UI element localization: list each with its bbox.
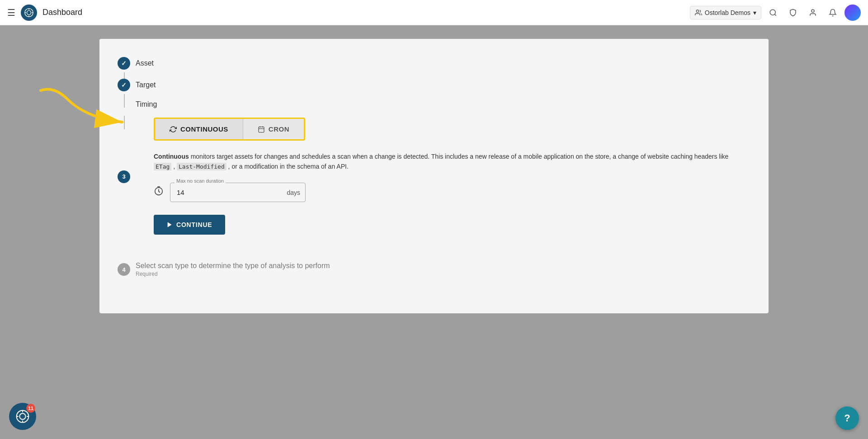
bottom-logo-circle[interactable]: 11 — [9, 403, 36, 430]
scan-duration-row: Max no scan duration days — [154, 183, 741, 202]
svg-rect-11 — [259, 127, 264, 132]
code-lastmod: Last-Modified — [177, 163, 226, 170]
user-icon[interactable] — [805, 5, 821, 21]
chevron-down-icon: ▾ — [753, 9, 756, 16]
topnav-left: ☰ Dashboard — [7, 5, 690, 21]
desc-text-2: monitors target assets for changes and s… — [189, 153, 729, 160]
step-target: ✓ Target — [118, 74, 750, 96]
search-button[interactable] — [765, 5, 781, 21]
scan-duration-input[interactable] — [170, 183, 306, 202]
svg-marker-17 — [168, 222, 171, 227]
toggle-continuous-btn[interactable]: CONTINUOUS — [155, 119, 243, 139]
desc-text-3: , — [171, 163, 177, 170]
wizard-card: ✓ Asset ✓ Target 3 Timing — [99, 39, 769, 313]
step-4-required: Required — [136, 271, 330, 277]
continue-button[interactable]: CONTINUE — [154, 215, 225, 235]
timing-description: Continuous monitors target assets for ch… — [154, 151, 741, 172]
scan-duration-input-wrapper: Max no scan duration days — [170, 183, 306, 202]
timing-content: CONTINUOUS — [136, 109, 741, 235]
bottom-logo[interactable]: 11 — [9, 403, 36, 430]
org-name: Ostorlab Demos — [705, 9, 750, 16]
app-logo — [21, 5, 37, 21]
page-title: Dashboard — [42, 8, 82, 17]
main-content: ✓ Asset ✓ Target 3 Timing — [0, 25, 868, 439]
step-4-label: Select scan type to determine the type o… — [136, 262, 330, 270]
step-asset: ✓ Asset — [118, 52, 750, 74]
scan-duration-label: Max no scan duration — [175, 178, 226, 184]
topnav: ☰ Dashboard Ostorlab Demos ▾ — [0, 0, 868, 25]
avatar[interactable] — [844, 5, 861, 21]
svg-point-6 — [696, 10, 698, 12]
toggle-continuous-label: CONTINUOUS — [180, 125, 228, 133]
step-3-label: Timing — [136, 100, 741, 109]
notification-badge: 11 — [26, 404, 35, 413]
shield-icon[interactable] — [785, 5, 801, 21]
help-button[interactable]: ? — [835, 406, 859, 430]
timing-toggle-group: CONTINUOUS — [154, 118, 305, 141]
svg-point-7 — [770, 9, 775, 15]
topnav-right: Ostorlab Demos ▾ — [690, 5, 861, 21]
step-3-circle: 3 — [118, 170, 130, 183]
toggle-cron-btn[interactable]: CRON — [243, 119, 304, 139]
bell-icon[interactable] — [825, 5, 841, 21]
step-2-label: Target — [136, 81, 156, 89]
svg-point-19 — [19, 413, 25, 419]
step-4-circle: 4 — [118, 263, 130, 276]
continue-label: CONTINUE — [176, 221, 212, 228]
code-etag: ETag — [154, 163, 171, 170]
svg-line-8 — [774, 14, 776, 15]
help-label: ? — [844, 412, 850, 424]
desc-text-4: , or a modification in the schema of an … — [226, 163, 349, 170]
svg-point-1 — [27, 10, 31, 14]
continuous-bold: Continuous — [154, 153, 189, 160]
step-1-circle: ✓ — [118, 57, 130, 70]
timer-icon — [154, 186, 164, 199]
toggle-container: CONTINUOUS — [154, 118, 305, 141]
menu-icon[interactable]: ☰ — [7, 7, 15, 18]
step-1-label: Asset — [136, 59, 154, 67]
toggle-cron-label: CRON — [269, 125, 289, 133]
svg-point-9 — [811, 9, 814, 12]
step-scan-type: 4 Select scan type to determine the type… — [118, 257, 750, 282]
org-selector[interactable]: Ostorlab Demos ▾ — [690, 6, 761, 19]
step-2-circle: ✓ — [118, 79, 130, 91]
step-timing: 3 Timing — [118, 96, 750, 257]
stepper: ✓ Asset ✓ Target 3 Timing — [118, 52, 750, 282]
